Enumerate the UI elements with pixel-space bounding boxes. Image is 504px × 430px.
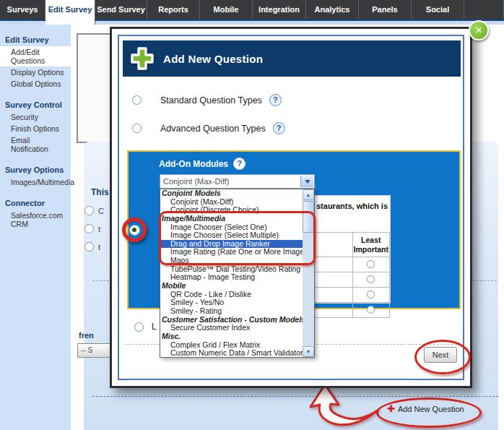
sidebar-title-connector: Connector: [0, 197, 71, 210]
advanced-label: Advanced Question Types: [160, 124, 266, 134]
background-option-row: t: [84, 242, 100, 251]
sidebar-item-security[interactable]: Security: [0, 111, 71, 123]
dropdown-option-misc[interactable]: Misc.: [160, 332, 303, 341]
scroll-down-icon[interactable]: ▼: [303, 346, 314, 357]
sidebar: Edit SurveyAdd/Edit QuestionsDisplay Opt…: [0, 25, 71, 430]
dropdown-option-secure-customer-index[interactable]: Secure Customer Index: [160, 324, 303, 332]
sidebar-title-edit-survey: Edit Survey: [0, 34, 71, 46]
addon-select-value: Conjoint (Max-Diff): [160, 175, 314, 186]
preview-column-header: LeastImportant: [352, 233, 389, 257]
preview-radio[interactable]: [367, 275, 375, 283]
question-text-fragment: This: [91, 187, 109, 197]
standard-label: Standard Question Types: [160, 95, 262, 106]
add-new-question-link[interactable]: ✚ Add New Question: [387, 403, 464, 414]
option-advanced-question-types[interactable]: Advanced Question Types ?: [132, 122, 285, 134]
sidebar-section-edit-survey: Edit SurveyAdd/Edit QuestionsDisplay Opt…: [0, 34, 71, 90]
background-option-row: C: [84, 206, 104, 215]
tab-integration[interactable]: Integration: [253, 0, 306, 19]
background-option-fragment: t: [98, 243, 100, 251]
sidebar-item-display-options[interactable]: Display Options: [0, 66, 71, 78]
sidebar-title-survey-options: Survey Options: [0, 164, 71, 176]
sidebar-section-survey-options: Survey OptionsImages/Multimedia: [0, 164, 71, 188]
preview-cell-radio: [352, 272, 389, 288]
preview-radio[interactable]: [367, 260, 375, 268]
annotation-ring-addon-radio: [122, 218, 147, 242]
sidebar-item-global-options[interactable]: Global Options: [0, 78, 71, 90]
sidebar-title-survey-control: Survey Control: [0, 99, 71, 111]
close-icon[interactable]: ✕: [469, 20, 489, 40]
sidebar-item-images-multimedia[interactable]: Images/Multimedia: [0, 176, 71, 188]
nav-filler: [464, 0, 504, 19]
dropdown-option-smiley-rating[interactable]: Smiley - Rating: [160, 307, 303, 316]
sidebar-item-finish-options[interactable]: Finish Options: [0, 123, 71, 134]
tab-mobile[interactable]: Mobile: [200, 0, 253, 19]
sidebar-item-email-notification[interactable]: Email Notification: [0, 134, 71, 155]
background-radio[interactable]: [84, 242, 94, 251]
help-icon-standard[interactable]: ?: [269, 94, 282, 106]
plus-icon: [129, 45, 156, 72]
radio-standard[interactable]: [132, 95, 142, 105]
tab-surveys[interactable]: Surveys: [0, 0, 45, 19]
addon-select[interactable]: Conjoint (Max-Diff): [160, 174, 315, 189]
help-icon-addon[interactable]: ?: [233, 158, 246, 170]
preview-cell-radio: [352, 303, 389, 318]
sidebar-item-salesforce-com-crm[interactable]: Salesforce.com CRM: [0, 210, 71, 230]
top-nav: SurveysEdit SurveySend SurveyReportsMobi…: [0, 0, 504, 21]
preview-text-fragment: staurants, which is: [316, 202, 388, 210]
addon-modules-label: Add-On Modules: [159, 159, 228, 169]
background-option-row: t: [84, 224, 100, 233]
background-radio[interactable]: [84, 206, 94, 215]
next-button[interactable]: Next: [424, 347, 457, 363]
sidebar-section-survey-control: Survey ControlSecurityFinish OptionsEmai…: [0, 99, 71, 155]
background-option-fragment: C: [98, 207, 104, 215]
question-footer-fragment: fren: [79, 331, 94, 340]
option-library[interactable]: L: [134, 322, 157, 332]
tab-social[interactable]: Social: [412, 0, 464, 19]
background-radio[interactable]: [84, 224, 94, 233]
add-plus-icon: ✚: [387, 403, 395, 414]
addon-dropdown-list: Conjoint ModelsConjoint (Max-Diff)Conjoi…: [160, 189, 315, 358]
tab-analytics[interactable]: Analytics: [306, 0, 359, 19]
survey-builder-page: SurveysEdit SurveySend SurveyReportsMobi…: [0, 0, 504, 430]
dropdown-option-image-multimedia[interactable]: Image/Multimedia: [160, 215, 303, 223]
sidebar-section-connector: ConnectorSalesforce.com CRM: [0, 197, 71, 230]
scroll-up-icon[interactable]: ▲: [303, 189, 314, 200]
tab-panels[interactable]: Panels: [359, 0, 412, 19]
dropdown-option-conjoint-models[interactable]: Conjoint Models: [160, 189, 303, 198]
sidebar-item-add-edit-questions[interactable]: Add/Edit Questions: [0, 46, 71, 66]
preview-radio[interactable]: [367, 291, 375, 298]
add-new-question-label: Add New Question: [398, 405, 464, 413]
modal-header: Add New Question: [123, 40, 461, 77]
dropdown-option-mobile[interactable]: Mobile: [160, 282, 303, 291]
preview-cell-radio: [352, 288, 389, 303]
radio-addon-selected[interactable]: [129, 225, 140, 236]
background-option-fragment: t: [98, 225, 100, 233]
radio-advanced[interactable]: [132, 124, 142, 133]
tab-edit-survey[interactable]: Edit Survey: [45, 0, 95, 25]
dropdown-scrollbar[interactable]: ▲ ▼: [303, 189, 314, 357]
dropdown-option-custom-numeric-data-smart-validator[interactable]: Custom Numeric Data / Smart Validator: [160, 349, 303, 357]
radio-library[interactable]: [134, 322, 144, 332]
tab-reports[interactable]: Reports: [147, 0, 200, 19]
modal-title: Add New Question: [163, 53, 263, 65]
option-standard-question-types[interactable]: Standard Question Types ?: [132, 94, 282, 106]
help-icon-advanced[interactable]: ?: [273, 122, 285, 134]
library-label-fragment: L: [152, 322, 157, 332]
tab-send-survey[interactable]: Send Survey: [95, 0, 147, 19]
bottom-divider: [92, 396, 498, 397]
chevron-down-icon[interactable]: [300, 176, 313, 187]
scrollbar-thumb[interactable]: [303, 201, 314, 233]
add-question-modal: Add New Question ✕ Standard Question Typ…: [110, 27, 472, 388]
preview-radio[interactable]: [367, 306, 375, 314]
preview-cell-radio: [352, 257, 389, 272]
